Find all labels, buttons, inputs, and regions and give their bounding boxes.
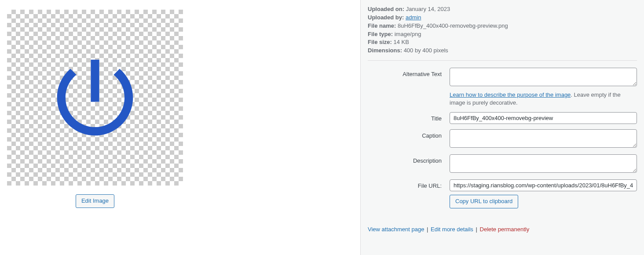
file-name-label: File name: <box>368 22 396 29</box>
uploaded-on-value: January 14, 2023 <box>406 6 450 12</box>
uploaded-by-label: Uploaded by: <box>368 14 404 21</box>
alt-text-hint-link[interactable]: Learn how to describe the purpose of the… <box>450 91 571 98</box>
title-label: Title <box>368 112 450 124</box>
edit-image-button[interactable]: Edit Image <box>76 194 114 208</box>
image-preview-pane: Edit Image <box>0 0 361 255</box>
divider <box>368 60 637 61</box>
file-size-label: File size: <box>368 39 392 45</box>
caption-input[interactable] <box>450 129 637 148</box>
attachment-actions: View attachment page | Edit more details… <box>368 226 637 233</box>
power-icon <box>44 47 146 148</box>
alt-text-label: Alternative Text <box>368 68 450 107</box>
title-input[interactable] <box>450 112 637 124</box>
file-url-input[interactable] <box>450 179 637 191</box>
separator: | <box>476 226 477 233</box>
copy-url-button[interactable]: Copy URL to clipboard <box>450 195 518 208</box>
caption-label: Caption <box>368 129 450 149</box>
uploaded-by-link[interactable]: admin <box>406 14 421 21</box>
dimensions-value: 400 by 400 pixels <box>404 47 448 54</box>
attachment-preview <box>7 10 183 186</box>
view-attachment-link[interactable]: View attachment page <box>368 226 424 233</box>
description-input[interactable] <box>450 154 637 173</box>
delete-permanently-link[interactable]: Delete permanently <box>480 226 530 233</box>
file-type-label: File type: <box>368 31 393 37</box>
file-type-value: image/png <box>395 31 421 37</box>
separator: | <box>427 226 428 233</box>
dimensions-label: Dimensions: <box>368 47 402 54</box>
attachment-meta: Uploaded on: January 14, 2023 Uploaded b… <box>368 5 637 55</box>
attachment-details-pane: Uploaded on: January 14, 2023 Uploaded b… <box>361 0 644 255</box>
alt-text-input[interactable] <box>450 68 637 86</box>
file-url-label: File URL: <box>368 179 450 208</box>
description-label: Description <box>368 154 450 174</box>
edit-more-link[interactable]: Edit more details <box>431 226 473 233</box>
file-size-value: 14 KB <box>394 39 409 45</box>
file-name-value: 8uH6FfBy_400x400-removebg-preview.png <box>398 22 508 29</box>
alt-text-hint: Learn how to describe the purpose of the… <box>450 91 637 107</box>
uploaded-on-label: Uploaded on: <box>368 6 404 12</box>
